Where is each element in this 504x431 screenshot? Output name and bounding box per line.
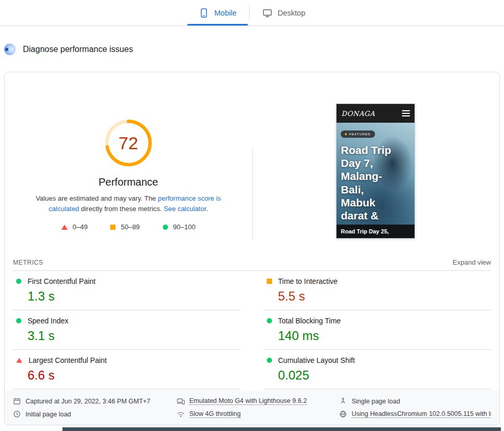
single-page-load-label: Single page load (352, 398, 400, 405)
fork-icon (339, 397, 347, 405)
lab-data-card: 72 Performance Values are estimated and … (4, 72, 500, 425)
initial-page-load-label: Initial page load (25, 411, 71, 418)
performance-score-value: 72 (104, 118, 153, 168)
average-square-icon (110, 225, 115, 230)
emulated-device-label[interactable]: Emulated Moto G4 with Lighthouse 9.6.2 (189, 397, 307, 405)
legend-average-range: 50–89 (110, 223, 139, 231)
performance-score-column: 72 Performance Values are estimated and … (5, 72, 252, 249)
throttling-label[interactable]: Slow 4G throttling (189, 410, 241, 418)
expand-view-button[interactable]: Expand view (453, 258, 491, 266)
description-text: . (206, 205, 208, 213)
see-calculator-link[interactable]: See calculator (164, 205, 206, 213)
description-text: directly from these metrics. (79, 205, 164, 213)
tab-mobile-label: Mobile (214, 9, 237, 17)
tab-mobile[interactable]: Mobile (186, 0, 249, 25)
screenshot-site-header: DONAGA (337, 104, 415, 123)
metric-name: Cumulative Layout Shift (278, 356, 355, 364)
screenshot-column: DONAGA FEATURED Road Trip Day 7, Malang-… (252, 72, 500, 249)
featured-badge-label: FEATURED (349, 133, 371, 136)
legend-fail-range: 0–49 (61, 223, 88, 231)
featured-dot-icon (345, 133, 347, 135)
metric-name: Total Blocking Time (278, 317, 341, 325)
throttling[interactable]: Slow 4G throttling (177, 410, 339, 418)
metrics-header: METRICS Expand view (13, 254, 491, 271)
initial-page-load: Initial page load (13, 410, 177, 418)
section-title: Diagnose performance issues (23, 45, 133, 54)
metric-value: 140 ms (278, 329, 488, 343)
form-factor-tabbar: Mobile Desktop (0, 0, 504, 26)
metric-value: 3.1 s (28, 329, 238, 343)
fail-triangle-icon (16, 358, 22, 363)
metric-total-blocking-time: Total Blocking Time 140 ms (264, 310, 492, 350)
devices-icon (177, 397, 185, 405)
next-section-edge (62, 427, 501, 431)
pass-circle-icon (16, 318, 21, 323)
diagnose-section-header: Diagnose performance issues (4, 44, 133, 55)
tab-desktop-label: Desktop (278, 9, 305, 17)
legend-pass-range: 90–100 (163, 223, 196, 231)
legend-fail-label: 0–49 (73, 223, 88, 231)
screenshot-headline: Road Trip Day 7, Malang-Bali, Mabuk dara… (341, 143, 401, 222)
score-description: Values are estimated and may vary. The p… (22, 193, 235, 214)
calendar-icon (13, 397, 21, 405)
average-square-icon (267, 279, 272, 284)
footer-column-device: Emulated Moto G4 with Lighthouse 9.6.2 S… (177, 397, 339, 418)
pass-circle-icon (267, 318, 272, 323)
globe-icon (339, 410, 347, 418)
pass-circle-icon (16, 279, 21, 284)
description-text: Values are estimated and may vary. The (36, 194, 158, 202)
pass-circle-icon (163, 225, 168, 230)
hamburger-menu-icon (402, 109, 410, 117)
legend-pass-label: 90–100 (173, 223, 196, 231)
desktop-monitor-icon (262, 8, 273, 18)
fail-triangle-icon (61, 225, 68, 230)
captured-at: Captured at Jun 29, 2022, 3:46 PM GMT+7 (13, 397, 177, 405)
metric-largest-contentful-paint: Largest Contentful Paint 6.6 s (13, 350, 241, 389)
page-screenshot-thumbnail[interactable]: DONAGA FEATURED Road Trip Day 7, Malang-… (336, 103, 415, 239)
vertical-divider (252, 149, 253, 240)
metric-first-contentful-paint: First Contentful Paint 1.3 s (13, 271, 241, 310)
browser-version[interactable]: Using HeadlessChromium 102.0.5005.115 wi… (339, 410, 491, 418)
performance-label: Performance (99, 176, 159, 188)
clock-icon (13, 410, 21, 418)
screenshot-hero-image: FEATURED Road Trip Day 7, Malang-Bali, M… (337, 123, 415, 225)
browser-version-label[interactable]: Using HeadlessChromium 102.0.5005.115 wi… (352, 410, 491, 418)
metric-value: 1.3 s (28, 289, 238, 304)
metrics-grid: First Contentful Paint 1.3 s Time to Int… (13, 271, 491, 389)
score-area: 72 Performance Values are estimated and … (5, 72, 499, 249)
metric-cumulative-layout-shift: Cumulative Layout Shift 0.025 (264, 350, 492, 389)
metric-name: Largest Contentful Paint (29, 356, 107, 364)
metric-value: 0.025 (278, 368, 488, 383)
metric-name: Speed Index (28, 317, 69, 325)
network-signal-icon (177, 410, 185, 418)
metric-value: 5.5 s (278, 289, 488, 304)
environment-footer: Captured at Jun 29, 2022, 3:46 PM GMT+7 … (5, 390, 499, 425)
screenshot-caption-strip: Road Trip Day 25, (337, 225, 415, 238)
single-page-load: Single page load (339, 397, 491, 405)
pass-circle-icon (267, 358, 272, 363)
performance-gauge[interactable]: 72 (104, 118, 153, 168)
featured-badge: FEATURED (341, 130, 375, 138)
captured-at-label: Captured at Jun 29, 2022, 3:46 PM GMT+7 (25, 398, 150, 405)
site-logo: DONAGA (341, 110, 375, 117)
metric-name: Time to Interactive (278, 277, 338, 285)
metric-value: 6.6 s (28, 368, 238, 383)
footer-column-capture: Captured at Jun 29, 2022, 3:46 PM GMT+7 … (13, 397, 177, 418)
diagnose-sphere-icon (4, 44, 16, 55)
footer-column-browser: Single page load Using HeadlessChromium … (339, 397, 491, 418)
metric-speed-index: Speed Index 3.1 s (13, 310, 241, 350)
score-legend: 0–49 50–89 90–100 (61, 223, 196, 231)
legend-average-label: 50–89 (121, 223, 139, 231)
tab-desktop[interactable]: Desktop (250, 0, 318, 25)
emulated-device[interactable]: Emulated Moto G4 with Lighthouse 9.6.2 (177, 397, 339, 405)
metrics-section-title: METRICS (13, 259, 43, 266)
metric-name: First Contentful Paint (28, 277, 96, 285)
smartphone-icon (199, 8, 209, 18)
metric-time-to-interactive: Time to Interactive 5.5 s (264, 271, 492, 310)
